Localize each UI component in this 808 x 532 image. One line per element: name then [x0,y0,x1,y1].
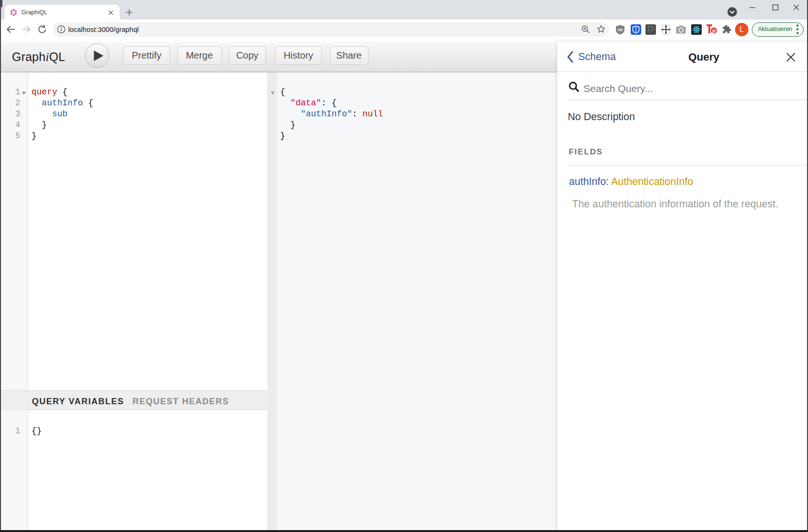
svg-text:p: p [712,28,716,33]
svg-text:UD: UD [618,28,623,32]
